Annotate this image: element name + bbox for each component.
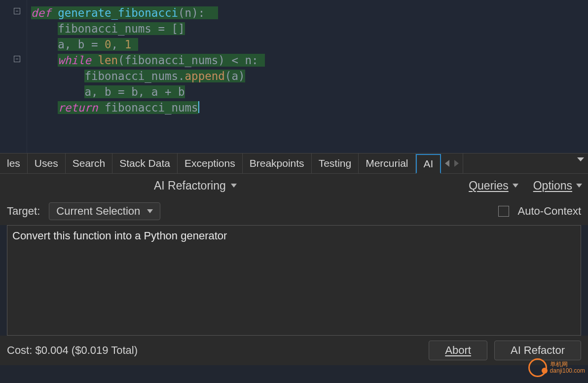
abort-button[interactable]: Abort [429,341,487,360]
code-editor[interactable]: def generate_fibonacci(n): fibonacci_num… [0,0,588,153]
queries-menu[interactable]: Queries [469,179,518,192]
caret-down-icon [576,184,582,188]
editor-gutter [0,0,27,153]
bottom-bar: Cost: $0.004 ($0.019 Total) Abort AI Ref… [0,336,588,365]
tab-stack-data[interactable]: Stack Data [112,153,178,173]
ai-prompt-text: Convert this function into a Python gene… [12,230,227,242]
fold-marker-icon[interactable] [14,8,20,14]
ai-refactor-button[interactable]: AI Refactor [494,341,581,360]
target-select[interactable]: Current Selection [49,202,160,220]
options-menu[interactable]: Options [533,179,582,192]
code-area[interactable]: def generate_fibonacci(n): fibonacci_num… [27,0,588,153]
tab-uses[interactable]: Uses [28,153,66,173]
caret-down-icon [231,184,237,188]
target-row: Target: Current Selection Auto-Context [0,197,588,225]
tab-ai[interactable]: AI [416,154,441,174]
tab-les[interactable]: les [0,153,28,173]
tab-search[interactable]: Search [66,153,113,173]
panel-title-dropdown[interactable]: AI Refactoring [154,179,237,192]
caret-down-icon [513,184,518,188]
tab-scroll-arrows[interactable] [441,153,463,173]
auto-context-label: Auto-Context [518,205,581,218]
cost-label: Cost: $0.004 ($0.019 Total) [7,344,138,357]
panel-header: AI Refactoring Queries Options [0,174,588,197]
panel-title-label: AI Refactoring [154,179,226,192]
fold-marker-icon[interactable] [14,56,20,62]
tab-breakpoints[interactable]: Breakpoints [243,153,312,173]
tab-mercurial[interactable]: Mercurial [359,153,415,173]
arrow-right-icon[interactable] [454,160,459,167]
tab-testing[interactable]: Testing [312,153,359,173]
target-label: Target: [7,205,40,218]
caret-down-icon [577,157,584,161]
auto-context-checkbox[interactable] [498,206,509,217]
code-line: fibonacci_nums.append(a) [31,68,583,84]
code-line: a, b = 0, 1 [31,37,583,52]
tab-exceptions[interactable]: Exceptions [178,153,243,173]
code-line: fibonacci_nums = [] [31,21,583,37]
arrow-left-icon[interactable] [445,160,449,167]
target-value: Current Selection [56,205,140,218]
code-line: def generate_fibonacci(n): [31,5,583,21]
code-line: return fibonacci_nums [31,100,583,115]
ai-prompt-input[interactable]: Convert this function into a Python gene… [7,225,581,336]
caret-down-icon [147,209,153,213]
code-line: a, b = b, a + b [31,84,583,100]
tab-overflow-menu[interactable] [573,153,588,173]
panel-tabs: lesUsesSearchStack DataExceptionsBreakpo… [0,153,588,174]
code-line: while len(fibonacci_nums) < n: [31,52,583,68]
